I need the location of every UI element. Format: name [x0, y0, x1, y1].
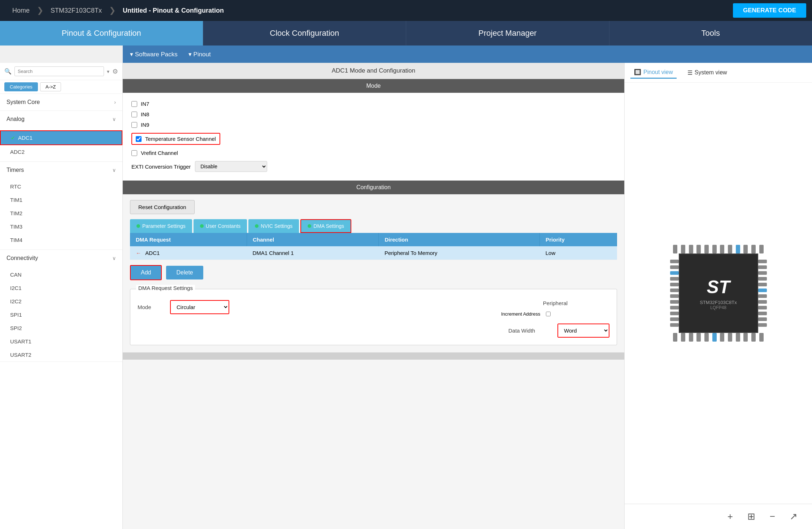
- tab-user-constants[interactable]: User Constants: [194, 219, 247, 233]
- checkbox-in7[interactable]: [131, 101, 137, 107]
- connectivity-arrow: ∨: [112, 255, 116, 261]
- sidebar-item-adc2[interactable]: ADC2: [0, 145, 122, 159]
- pin-bot-6: [712, 333, 717, 342]
- breadcrumb-home[interactable]: Home: [6, 5, 36, 17]
- pin-top-10: [743, 245, 748, 253]
- mode-label: Mode: [138, 304, 163, 310]
- exti-select[interactable]: Disable Enable: [195, 161, 267, 172]
- breadcrumb-project[interactable]: Untitled - Pinout & Configuration: [116, 5, 230, 17]
- sidebar-item-adc1[interactable]: ✔ ADC1: [0, 130, 122, 145]
- table-row[interactable]: ← ADC1 DMA1 Channel 1 Peripheral To Memo…: [130, 246, 617, 260]
- pinout-view-icon: 🔲: [634, 69, 641, 75]
- right-panel-tabs: 🔲 Pinout view ☰ System view: [625, 63, 812, 83]
- delete-dma-button[interactable]: Delete: [166, 266, 203, 279]
- sidebar-item-usart1[interactable]: USART1: [0, 335, 122, 348]
- sidebar-item-tim3[interactable]: TIM3: [0, 220, 122, 233]
- dma-requests-table: DMA Request Channel Direction Priority ←…: [130, 233, 617, 260]
- breadcrumb-chip[interactable]: STM32F103C8Tx: [44, 5, 108, 17]
- pin-bot-11: [751, 333, 756, 342]
- pin-right-5: [758, 283, 767, 286]
- tab-system-view[interactable]: ☰ System view: [684, 67, 731, 78]
- tab-clock-config[interactable]: Clock Configuration: [203, 21, 407, 45]
- zoom-in-icon[interactable]: +: [728, 511, 733, 522]
- pin-right-3: [758, 271, 767, 275]
- pin-top-5: [704, 245, 709, 253]
- right-pins: [758, 260, 767, 327]
- peripheral-column: Peripheral Increment Address: [501, 300, 609, 320]
- temp-sensor-highlight-box: Temperature Sensor Channel: [131, 133, 220, 145]
- user-label: User Constants: [206, 223, 240, 229]
- pin-top-3: [689, 245, 693, 253]
- fit-view-icon[interactable]: ⊞: [747, 511, 755, 522]
- sidebar-item-rtc[interactable]: RTC: [0, 180, 122, 193]
- chip-body-container: ST STM32F103C8Tx LQFP48: [670, 253, 767, 333]
- tab-pinout-view[interactable]: 🔲 Pinout view: [630, 66, 677, 79]
- add-dma-button[interactable]: Add: [130, 265, 162, 280]
- sidebar-item-spi2[interactable]: SPI2: [0, 321, 122, 335]
- checkbox-vrefint[interactable]: [131, 150, 137, 156]
- config-section-header: Configuration: [123, 181, 624, 194]
- tab-dma-settings[interactable]: DMA Settings: [300, 219, 351, 233]
- mode-section-header: Mode: [123, 79, 624, 93]
- section-header-system-core[interactable]: System Core ›: [0, 94, 122, 110]
- section-header-connectivity[interactable]: Connectivity ∨: [0, 250, 122, 266]
- section-header-analog[interactable]: Analog ∨: [0, 111, 122, 127]
- pin-left-12: [670, 323, 679, 327]
- tab-nvic-settings[interactable]: NVIC Settings: [248, 219, 299, 233]
- left-pins: [670, 260, 679, 327]
- sidebar-item-can[interactable]: CAN: [0, 268, 122, 281]
- tab-categories[interactable]: Categories: [4, 82, 38, 91]
- sidebar-item-spi1[interactable]: SPI1: [0, 308, 122, 321]
- top-navigation: Home ❯ STM32F103C8Tx ❯ Untitled - Pinout…: [0, 0, 812, 21]
- settings-icon[interactable]: ⚙: [112, 68, 118, 75]
- system-core-label: System Core: [6, 99, 40, 105]
- sidebar-item-tim2[interactable]: TIM2: [0, 207, 122, 220]
- pin-right-8: [758, 300, 767, 304]
- reset-configuration-button[interactable]: Reset Configuration: [130, 200, 195, 214]
- sidebar-item-tim1[interactable]: TIM1: [0, 193, 122, 207]
- zoom-out-icon[interactable]: −: [770, 511, 775, 522]
- chip-model: STM32F103C8Tx: [700, 300, 737, 305]
- export-icon[interactable]: ↗: [790, 511, 798, 522]
- param-label: Parameter Settings: [142, 223, 186, 229]
- user-dot: [200, 224, 204, 228]
- dma-label: DMA Settings: [313, 223, 344, 229]
- search-dropdown-icon[interactable]: ▾: [107, 69, 109, 74]
- analog-label: Analog: [6, 116, 25, 122]
- data-width-select[interactable]: Byte Half Word Word: [558, 324, 609, 337]
- tab-tools[interactable]: Tools: [609, 21, 812, 45]
- sidebar-item-i2c1[interactable]: I2C1: [0, 281, 122, 295]
- search-input[interactable]: [14, 66, 104, 76]
- section-header-timers[interactable]: Timers ∨: [0, 162, 122, 178]
- cell-channel: DMA1 Channel 1: [247, 246, 378, 260]
- increment-checkbox[interactable]: [546, 312, 551, 316]
- sub-tab-software-packs[interactable]: ▾ Software Packs: [130, 51, 178, 58]
- checkbox-temp-sensor[interactable]: [136, 136, 142, 142]
- pin-top-9: [736, 245, 740, 253]
- tab-project-manager[interactable]: Project Manager: [406, 21, 609, 45]
- sidebar-item-tim4[interactable]: TIM4: [0, 233, 122, 247]
- exti-label: EXTI Conversion Trigger: [131, 164, 191, 170]
- right-panel: 🔲 Pinout view ☰ System view: [624, 63, 812, 529]
- mode-select[interactable]: Circular Normal: [171, 301, 229, 313]
- breadcrumb-sep-2: ❯: [109, 6, 116, 15]
- sub-tab-pinout[interactable]: ▾ Pinout: [188, 51, 211, 58]
- checkbox-in8[interactable]: [131, 112, 137, 117]
- pin-bot-1: [673, 333, 677, 342]
- sidebar-item-usart2[interactable]: USART2: [0, 348, 122, 361]
- horizontal-scrollbar[interactable]: [123, 352, 624, 360]
- tab-parameter-settings[interactable]: Parameter Settings: [130, 219, 192, 233]
- data-width-label: Data Width: [508, 328, 552, 334]
- timers-label: Timers: [6, 167, 24, 173]
- pin-bot-8: [728, 333, 732, 342]
- checkbox-in9[interactable]: [131, 122, 137, 128]
- tab-pinout-config[interactable]: Pinout & Configuration: [0, 21, 203, 45]
- generate-code-button[interactable]: GENERATE CODE: [733, 3, 806, 18]
- pin-left-6: [670, 289, 679, 292]
- peripheral-header: Peripheral: [501, 300, 609, 306]
- tab-atoz[interactable]: A->Z: [40, 82, 61, 91]
- search-icon: 🔍: [4, 68, 12, 75]
- sidebar-item-i2c2[interactable]: I2C2: [0, 295, 122, 308]
- pin-bot-9: [736, 333, 740, 342]
- adc2-label: ADC2: [10, 149, 25, 155]
